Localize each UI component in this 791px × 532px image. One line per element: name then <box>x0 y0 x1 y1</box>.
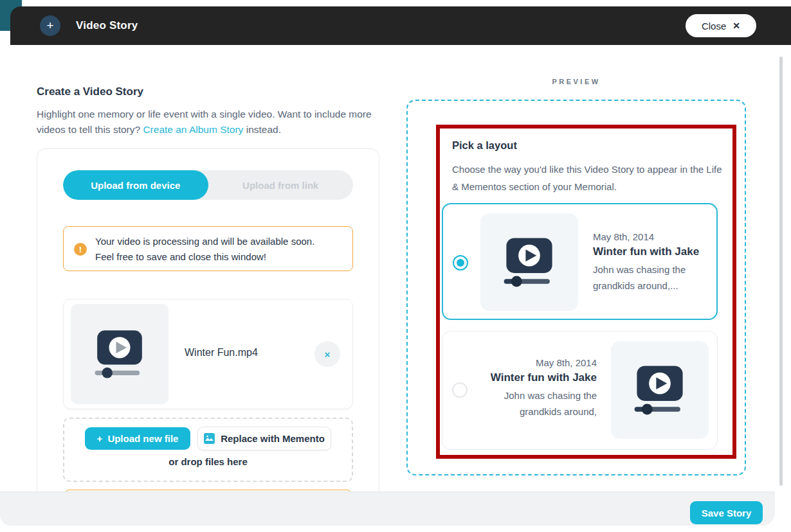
upload-new-file-label: Upload new file <box>107 433 178 444</box>
layout-thumbnail <box>480 213 578 311</box>
image-icon <box>204 433 215 444</box>
video-player-icon <box>500 233 558 291</box>
layout-preview-text: May 8th, 2014 Winter fun with Jake John … <box>593 231 714 294</box>
story-title: Winter fun with Jake <box>476 371 597 384</box>
processing-alert-text: Your video is processing and will be ava… <box>95 234 346 265</box>
album-story-link[interactable]: Create an Album Story <box>143 124 243 135</box>
story-description: John was chasing the grandkids around, <box>476 387 597 420</box>
replace-with-memento-button[interactable]: Replace with Memento <box>197 427 331 450</box>
file-dropzone[interactable]: + Upload new file Replace with Memento o… <box>63 418 353 482</box>
pick-layout-heading: Pick a layout <box>452 139 517 152</box>
story-title: Winter fun with Jake <box>593 245 714 258</box>
video-player-icon <box>91 326 148 382</box>
file-name: Winter Fun.mp4 <box>185 347 258 359</box>
vertical-scrollbar[interactable] <box>779 57 783 486</box>
drop-files-hint: or drop files here <box>64 456 352 467</box>
close-button-label: Close <box>702 21 726 31</box>
preview-container: Pick a layout Choose the way you'd like … <box>406 100 746 475</box>
upload-source-tabs: Upload from device Upload from link <box>63 170 353 200</box>
pick-layout-section: Pick a layout Choose the way you'd like … <box>436 125 736 459</box>
layout-thumbnail <box>611 341 709 439</box>
radio-selected-icon[interactable] <box>453 255 468 270</box>
upload-new-file-button[interactable]: + Upload new file <box>85 427 190 450</box>
plus-small-icon: + <box>97 433 103 444</box>
tab-upload-from-link[interactable]: Upload from link <box>208 170 354 200</box>
close-icon: ✕ <box>732 21 740 31</box>
uploaded-file-card: Winter Fun.mp4 × <box>63 299 353 409</box>
create-story-description: Highlight one memory or life event with … <box>37 107 374 137</box>
alert-line-1: Your video is processing and will be ava… <box>95 236 314 247</box>
story-description: John was chasing the grandkids around,..… <box>593 262 714 294</box>
description-text-after: instead. <box>243 124 281 135</box>
plus-icon: + <box>40 15 60 36</box>
processing-alert: ! Your video is processing and will be a… <box>63 226 353 271</box>
modal-footer: Save Story <box>0 492 775 526</box>
create-story-heading: Create a Video Story <box>37 85 143 98</box>
save-story-button[interactable]: Save Story <box>690 501 763 524</box>
modal-title: Video Story <box>76 6 138 45</box>
alert-line-2: Feel free to save and close this window! <box>95 251 266 262</box>
modal-header: + Video Story Close ✕ <box>10 6 791 45</box>
tab-upload-from-device[interactable]: Upload from device <box>63 170 208 200</box>
radio-unselected-icon[interactable] <box>452 382 468 398</box>
remove-file-button[interactable]: × <box>314 341 340 367</box>
video-story-modal: + Video Story Close ✕ Create a Video Sto… <box>0 0 791 532</box>
video-player-icon <box>631 361 689 419</box>
preview-label: PREVIEW <box>406 78 746 85</box>
close-button[interactable]: Close ✕ <box>686 14 756 37</box>
layout-preview-text: May 8th, 2014 Winter fun with Jake John … <box>476 357 597 420</box>
story-date: May 8th, 2014 <box>593 231 714 242</box>
layout-option-media-left[interactable]: May 8th, 2014 Winter fun with Jake John … <box>442 203 718 320</box>
replace-with-memento-label: Replace with Memento <box>221 433 325 444</box>
warning-icon: ! <box>74 243 87 256</box>
pick-layout-description: Choose the way you'd like this Video Sto… <box>452 161 722 195</box>
story-date: May 8th, 2014 <box>476 357 597 368</box>
video-thumbnail <box>71 304 168 404</box>
layout-option-media-right[interactable]: May 8th, 2014 Winter fun with Jake John … <box>442 331 718 450</box>
remove-icon: × <box>325 349 331 360</box>
